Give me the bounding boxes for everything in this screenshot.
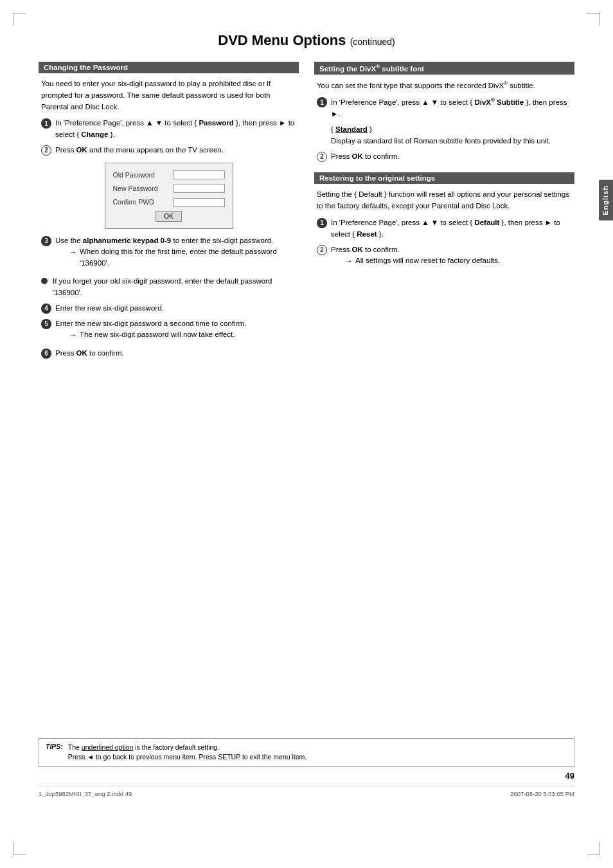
changing-password-header: Changing the Password bbox=[39, 62, 299, 73]
default-option: Default bbox=[474, 219, 499, 226]
divx-subtitle-header: Setting the DivX® subtitle font bbox=[314, 62, 574, 75]
step-3-sub-text: When doing this for the first time, ente… bbox=[80, 246, 296, 269]
step-2-content: Press OK and the menu appears on the TV … bbox=[55, 145, 296, 156]
standard-label: Standard bbox=[335, 125, 368, 133]
corner-bl bbox=[13, 842, 26, 855]
bullet-circle bbox=[41, 278, 48, 284]
restore-step-num-2: 2 bbox=[317, 245, 327, 255]
footer-left: 1_dvp5982MKII_37_eng 2.indd 49 bbox=[39, 790, 132, 797]
step-2-ok: OK bbox=[76, 146, 87, 154]
step-3: 3 Use the alphanumeric keypad 0-9 to ent… bbox=[41, 235, 296, 272]
divx-step-2-ok: OK bbox=[352, 152, 363, 160]
tips-label: TIPS: bbox=[46, 743, 63, 750]
page-container: English DVD Menu Options (continued) Cha… bbox=[0, 0, 613, 868]
reset-option: Reset bbox=[357, 230, 377, 238]
divx-step-2-content: Press OK to confirm. bbox=[331, 151, 572, 163]
standard-option-block: { Standard } Display a standard list of … bbox=[331, 124, 572, 147]
divx-step-2: 2 Press OK to confirm. bbox=[317, 151, 572, 163]
corner-br bbox=[587, 842, 600, 855]
step-5: 5 Enter the new six-digit password a sec… bbox=[41, 318, 296, 344]
step-num-5: 5 bbox=[41, 319, 51, 329]
step-3-content: Use the alphanumeric keypad 0-9 to enter… bbox=[55, 235, 296, 272]
step-num-6: 6 bbox=[41, 348, 51, 359]
step-num-1: 1 bbox=[41, 118, 51, 129]
confirm-pwd-label: Confirm PWD bbox=[113, 197, 154, 207]
standard-desc: Display a standard list of Roman subtitl… bbox=[331, 137, 551, 145]
arrow-icon-3: → bbox=[69, 246, 77, 258]
step-4: 4 Enter the new six-digit password. bbox=[41, 303, 296, 314]
restore-step-2: 2 Press OK to confirm. → All settings wi… bbox=[317, 244, 572, 270]
divx-step-num-1: 1 bbox=[317, 97, 327, 107]
changing-password-body: You need to enter your six-digit passwor… bbox=[39, 78, 299, 359]
underlined-option: underlined option bbox=[82, 743, 134, 751]
restore-ok: OK bbox=[352, 246, 363, 253]
divx-subtitle-intro: You can set the font type that supports … bbox=[317, 80, 572, 92]
step-5-sub-text: The new six-digit password will now take… bbox=[80, 329, 235, 341]
footer-info: 1_dvp5982MKII_37_eng 2.indd 49 2007-08-2… bbox=[39, 786, 574, 797]
confirm-pwd-row: Confirm PWD bbox=[113, 197, 225, 207]
old-password-field[interactable] bbox=[173, 170, 225, 179]
restore-sub: → All settings will now reset to factory… bbox=[345, 255, 572, 267]
step-num-4: 4 bbox=[41, 303, 51, 314]
divx-step-1-content: In 'Preference Page', press ▲ ▼ to selec… bbox=[331, 96, 572, 147]
tips-line2: Press ◄ to go back to previous menu item… bbox=[68, 752, 306, 763]
step-6-ok: OK bbox=[76, 349, 87, 357]
tips-box: TIPS: The underlined option is the facto… bbox=[39, 738, 574, 768]
new-password-field[interactable] bbox=[173, 184, 225, 193]
step-4-content: Enter the new six-digit password. bbox=[55, 303, 296, 314]
divx-step-num-2: 2 bbox=[317, 152, 327, 162]
confirm-pwd-field[interactable] bbox=[173, 198, 225, 207]
bottom-section: TIPS: The underlined option is the facto… bbox=[39, 738, 574, 798]
step-5-sub: → The new six-digit password will now ta… bbox=[69, 329, 296, 341]
side-tab: English bbox=[599, 180, 613, 221]
page-number: 49 bbox=[39, 771, 574, 781]
step-5-content: Enter the new six-digit password a secon… bbox=[55, 318, 296, 344]
step-3-keypad: alphanumeric keypad 0-9 bbox=[83, 237, 171, 244]
step-1-change: Change bbox=[81, 131, 108, 138]
step-2: 2 Press OK and the menu appears on the T… bbox=[41, 145, 296, 156]
tips-line1: The underlined option is the factory def… bbox=[68, 743, 306, 753]
bullet-text: If you forget your old six-digit passwor… bbox=[53, 276, 296, 299]
arrow-icon-restore: → bbox=[345, 255, 353, 267]
restore-step-1: 1 In 'Preference Page', press ▲ ▼ to sel… bbox=[317, 217, 572, 240]
footer-right: 2007-08-20 5:03:05 PM bbox=[510, 790, 574, 797]
left-column: Changing the Password You need to enter … bbox=[39, 62, 299, 370]
divx-step-1: 1 In 'Preference Page', press ▲ ▼ to sel… bbox=[317, 96, 572, 147]
restore-intro: Setting the { Default } function will re… bbox=[317, 189, 572, 212]
new-password-row: New Password bbox=[113, 183, 225, 194]
step-1: 1 In 'Preference Page', press ▲ ▼ to sel… bbox=[41, 118, 296, 141]
step-3-sub: → When doing this for the first time, en… bbox=[69, 246, 296, 269]
page-title: DVD Menu Options (continued) bbox=[39, 32, 574, 49]
password-dialog: Old Password New Password Confirm PWD bbox=[105, 163, 233, 229]
right-column: Setting the DivX® subtitle font You can … bbox=[314, 62, 574, 370]
divx-subtitle-option: DivX® Subtitle bbox=[474, 98, 524, 106]
corner-tl bbox=[13, 13, 26, 26]
arrow-icon-5: → bbox=[69, 329, 77, 341]
restore-step-1-content: In 'Preference Page', press ▲ ▼ to selec… bbox=[331, 217, 572, 240]
old-password-row: Old Password bbox=[113, 170, 225, 180]
new-password-label: New Password bbox=[113, 183, 158, 194]
restore-step-2-content: Press OK to confirm. → All settings will… bbox=[331, 244, 572, 270]
step-1-password: Password bbox=[199, 119, 233, 127]
tips-content: The underlined option is the factory def… bbox=[68, 743, 306, 763]
bullet-item-password: If you forget your old six-digit passwor… bbox=[41, 276, 296, 299]
old-password-label: Old Password bbox=[113, 170, 155, 180]
restore-sub-text: All settings will now reset to factory d… bbox=[355, 255, 500, 267]
restore-settings-header: Restoring to the original settings bbox=[314, 172, 574, 184]
corner-tr bbox=[587, 13, 600, 26]
step-1-content: In 'Preference Page', press ▲ ▼ to selec… bbox=[55, 118, 296, 141]
step-num-3: 3 bbox=[41, 236, 51, 246]
password-ok-button[interactable]: OK bbox=[155, 211, 181, 222]
step-6-content: Press OK to confirm. bbox=[55, 348, 296, 359]
restore-step-num-1: 1 bbox=[317, 218, 327, 228]
step-6: 6 Press OK to confirm. bbox=[41, 348, 296, 359]
restore-settings-body: Setting the { Default } function will re… bbox=[314, 189, 574, 270]
two-column-layout: Changing the Password You need to enter … bbox=[39, 62, 574, 370]
changing-password-intro: You need to enter your six-digit passwor… bbox=[41, 78, 296, 113]
step-num-2: 2 bbox=[41, 145, 51, 156]
divx-subtitle-body: You can set the font type that supports … bbox=[314, 80, 574, 163]
